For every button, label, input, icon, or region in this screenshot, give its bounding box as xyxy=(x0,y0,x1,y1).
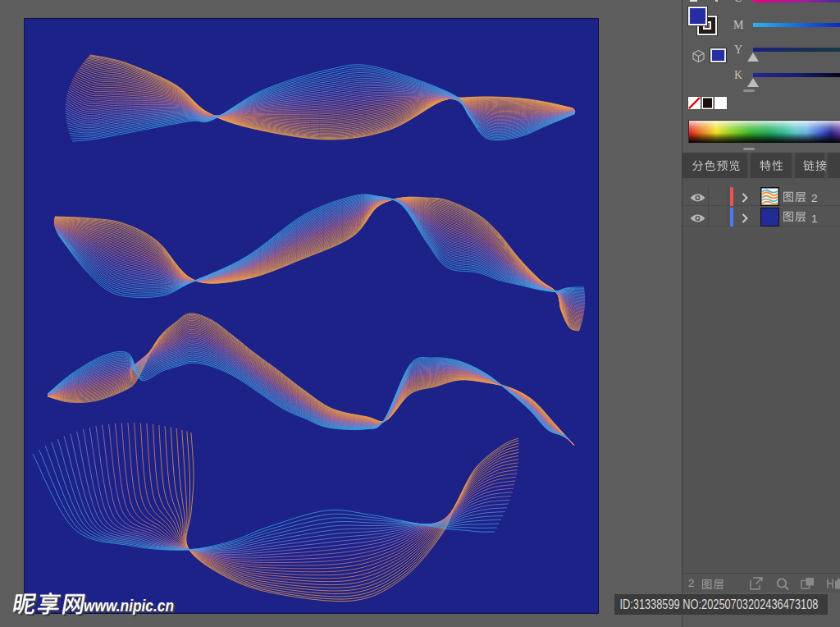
svg-text:www.nipic.cn: www.nipic.cn xyxy=(84,596,174,615)
